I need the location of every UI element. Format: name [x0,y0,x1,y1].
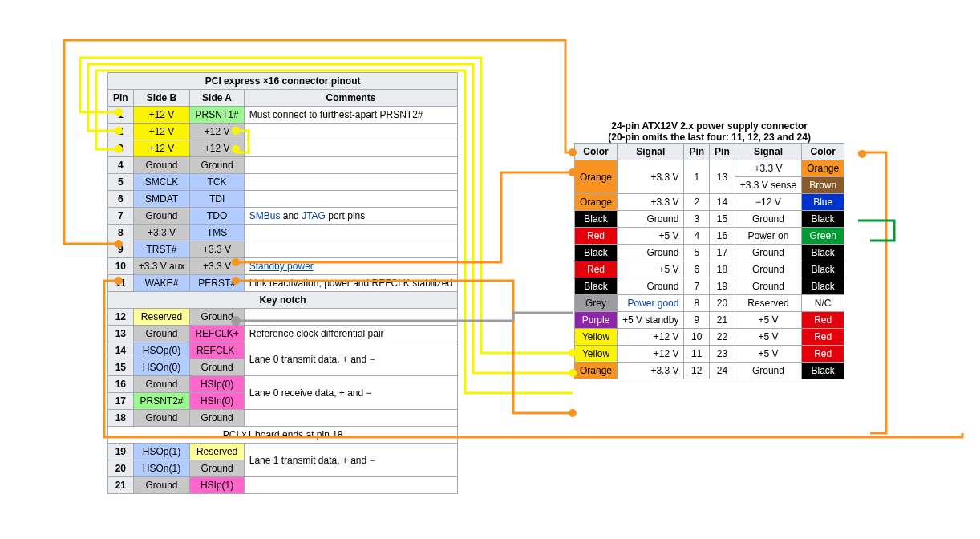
pci-side-b: WAKE# [133,275,190,292]
link[interactable]: JTAG [302,210,326,221]
pci-pin-number: 2 [108,124,134,140]
pci-pin-number: 17 [108,393,134,410]
pci-side-a: PRSNT1# [190,107,244,124]
pci-side-b: PRSNT2# [133,393,190,410]
pci-side-a: TCK [190,174,244,191]
svg-point-12 [569,409,577,417]
pci-side-b: Ground [133,477,190,494]
atx-color-left: Red [575,261,618,278]
pci-pin-number: 4 [108,157,134,174]
pci-comment: Lane 0 transmit data, + and − [244,342,457,376]
pci-side-b: SMDAT [133,191,190,208]
pci-key-notch: Key notch [108,292,458,309]
pci-side-b: +12 V [133,140,190,157]
pci-side-a: TDO [190,208,244,225]
pci-pin-number: 10 [108,258,134,275]
link[interactable]: Power good [627,298,678,309]
pci-side-b: +12 V [133,124,190,140]
pci-side-b: +3.3 V aux [133,258,190,275]
pci-side-a: REFCLK- [190,342,244,359]
atx-signal-left: +3.3 V [618,194,684,211]
atx-signal-left: +12 V [618,329,684,346]
atx-color-left: Grey [575,295,618,312]
atx-color-left: Orange [575,363,618,379]
atx-signal-right: −12 V [735,194,801,211]
atx-signal-right: +3.3 V [735,160,801,177]
pci-side-b: HSOp(1) [133,444,190,460]
pci-side-b: TRST# [133,241,190,258]
atx-pin-right: 14 [710,194,735,211]
pci-comment: Lane 1 transmit data, + and − [244,444,457,477]
pci-side-a: PERST# [190,275,244,292]
atx-color-right: Blue [802,194,844,211]
atx-header: Signal [735,144,801,160]
pci-end-18: PCI ×1 board ends at pin 18 [108,427,458,444]
pci-pin-number: 3 [108,140,134,157]
atx-pin-left: 10 [684,329,710,346]
atx-signal-left: +5 V [618,228,684,245]
pci-pin-number: 9 [108,241,134,258]
pci-side-a: Ground [190,359,244,376]
pci-side-a: Ground [190,157,244,174]
atx-pin-right: 21 [710,312,735,329]
pci-comment: Lane 0 receive data, + and − [244,376,457,410]
atx-color-right: Red [802,346,844,363]
pci-header: Comments [244,90,457,107]
pci-side-a: TMS [190,225,244,241]
atx-signal-right: Ground [735,261,801,278]
atx-pin-right: 16 [710,228,735,245]
atx-signal-left: +5 V standby [618,312,684,329]
pci-pin-number: 19 [108,444,134,460]
atx-pin-left: 9 [684,312,710,329]
atx-pin-left: 11 [684,346,710,363]
pci-express-pinout-table: PCI express ×16 connector pinoutPinSide … [107,72,458,494]
pci-side-a: REFCLK+ [190,326,244,342]
pci-side-a: Ground [190,410,244,427]
atx-pin-left: 5 [684,245,710,261]
atx-color-left: Black [575,278,618,295]
atx-signal-left: Ground [618,211,684,228]
pci-pin-number: 1 [108,107,134,124]
atx-signal-left: +5 V [618,261,684,278]
atx-color-right: Green [802,228,844,245]
atx-pin-left: 7 [684,278,710,295]
pci-pin-number: 21 [108,477,134,494]
pci-pin-number: 15 [108,359,134,376]
pci-side-a: Ground [190,309,244,326]
pci-pin-number: 16 [108,376,134,393]
atx-pin-left: 4 [684,228,710,245]
atx-pin-right: 13 [710,160,735,194]
atx-pin-right: 15 [710,211,735,228]
atx-signal-right: Ground [735,245,801,261]
pci-pin-number: 14 [108,342,134,359]
atx-color-left: Black [575,245,618,261]
atx-color-right: Black [802,363,844,379]
pci-comment: SMBus and JTAG port pins [244,208,457,225]
atx-header: Color [802,144,844,160]
pci-side-a: +12 V [190,140,244,157]
pci-side-b: HSOn(1) [133,460,190,477]
pci-pin-number: 7 [108,208,134,225]
pci-side-a: Reserved [190,444,244,460]
pci-side-a: +3.3 V [190,241,244,258]
pci-comment [244,124,457,140]
pci-side-b: Ground [133,157,190,174]
pci-side-b: Reserved [133,309,190,326]
pci-side-a: TDI [190,191,244,208]
atx-color-right: Black [802,261,844,278]
atx-color-left: Yellow [575,346,618,363]
link[interactable]: SMBus [249,210,281,221]
atx-signal-right: Ground [735,363,801,379]
pci-comment: Reference clock differential pair [244,326,457,342]
atx-pin-right: 22 [710,329,735,346]
link[interactable]: Standby power [249,261,314,272]
atx-signal-right: Ground [735,278,801,295]
atx-signal-right: +5 V [735,346,801,363]
atx-24pin-connector-table: 24-pin ATX12V 2.x power supply connector… [574,120,844,379]
atx-color-left: Black [575,211,618,228]
atx-pin-right: 23 [710,346,735,363]
pci-comment: Link reactivation; power and REFCLK stab… [244,275,457,292]
pci-side-b: Ground [133,208,190,225]
pci-pin-number: 20 [108,460,134,477]
pci-comment: Standby power [244,258,457,275]
